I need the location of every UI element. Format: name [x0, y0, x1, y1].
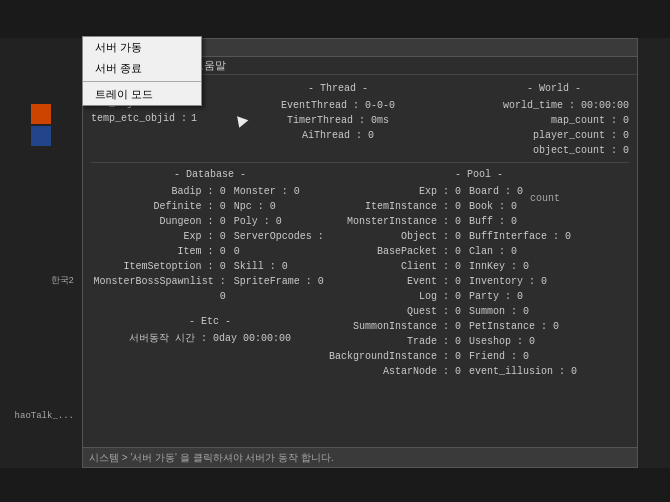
count-label: count [530, 193, 560, 204]
etc-header: - Etc - [91, 314, 329, 329]
pool-quest-label: Quest : [407, 306, 455, 317]
pool-clan-value: 0 [511, 246, 517, 257]
pool-event-label: Event : [407, 276, 455, 287]
event-thread-label: EventThread : [281, 100, 365, 111]
dropdown-item-start-server[interactable]: 서버 가동 [83, 37, 201, 58]
pool-header: - Pool - [329, 167, 629, 182]
left-label-2: haoTalk_... [0, 409, 78, 423]
db-item: Item : 0 [91, 244, 226, 259]
pool-exp-value: 0 [455, 186, 461, 197]
db-spriteframe-value: 0 [318, 276, 324, 287]
pool-quest: Quest : 0 [329, 304, 461, 319]
pool-summoninstance: SummonInstance : 0 [329, 319, 461, 334]
pool-monsterinstance-label: MonsterInstance : [347, 216, 455, 227]
pool-board: Board : 0 [469, 184, 577, 199]
pool-event-illusion-value: 0 [571, 366, 577, 377]
map-count-label: map_count : [551, 115, 623, 126]
pool-book-label: Book : [469, 201, 511, 212]
pool-object-value: 0 [455, 231, 461, 242]
db-serveropcodes: ServerOpcodes : 0 [234, 229, 329, 259]
player-count-label: player_count : [533, 130, 623, 141]
pool-trade-label: Trade : [407, 336, 455, 347]
dropdown-menu: 서버 가동 서버 종료 트레이 모드 [82, 36, 202, 106]
db-itemsetoption: ItemSetoption : 0 [91, 259, 226, 274]
db-monster-value: 0 [294, 186, 300, 197]
pool-buffinterface-label: BuffInterface : [469, 231, 565, 242]
pool-right-col: Board : 0 Book : 0 Buff : 0 BuffInterfac… [469, 184, 577, 379]
pool-buff: Buff : 0 [469, 214, 577, 229]
pool-monsterinstance-value: 0 [455, 216, 461, 227]
db-poly: Poly : 0 [234, 214, 329, 229]
pool-object: Object : 0 [329, 229, 461, 244]
dropdown-item-stop-server[interactable]: 서버 종료 [83, 58, 201, 79]
temp-etc-objid-value: 1 [191, 111, 197, 126]
pool-astarnode-value: 0 [455, 366, 461, 377]
pool-board-value: 0 [517, 186, 523, 197]
dropdown-divider [83, 81, 201, 82]
db-dungeon-label: Dungeon : [160, 216, 220, 227]
pool-clan: Clan : 0 [469, 244, 577, 259]
pool-innkey: InnKey : 0 [469, 259, 577, 274]
side-box-orange [31, 104, 51, 124]
pool-friend-value: 0 [523, 351, 529, 362]
db-poly-value: 0 [276, 216, 282, 227]
pool-petinstance-label: PetInstance : [469, 321, 553, 332]
world-time-value: 00:00:00 [581, 100, 629, 111]
db-monster: Monster : 0 [234, 184, 329, 199]
dropdown-item-tray-mode[interactable]: 트레이 모드 [83, 84, 201, 105]
pool-iteminstance: ItemInstance : 0 [329, 199, 461, 214]
db-dungeon-value: 0 [220, 216, 226, 227]
db-exp-label: Exp : [184, 231, 220, 242]
db-exp-value: 0 [220, 231, 226, 242]
pool-section: - Pool - Exp : 0 ItemInstance : 0 Monste… [329, 167, 629, 379]
content-area: inn_key : 1 etc_objid : 1 temp_etc_objid… [83, 75, 637, 385]
db-header: - Database - [91, 167, 329, 182]
pool-client-label: Client : [401, 261, 455, 272]
pool-book: Book : 0 [469, 199, 577, 214]
player-count-row: player_count : 0 [479, 128, 629, 143]
db-npc-label: Npc : [234, 201, 270, 212]
db-definite-label: Definite : [154, 201, 220, 212]
status-text: 시스템 > '서버 가동' 을 클릭하셔야 서버가 동작 합니다. [89, 451, 334, 465]
db-itemsetoption-label: ItemSetoption : [124, 261, 220, 272]
pool-trade: Trade : 0 [329, 334, 461, 349]
pool-astarnode: AstarNode : 0 [329, 364, 461, 379]
thread-header: - Thread - [263, 81, 413, 96]
db-itemsetoption-value: 0 [220, 261, 226, 272]
db-right-col: Monster : 0 Npc : 0 Poly : 0 Server [234, 184, 329, 304]
pool-summoninstance-value: 0 [455, 321, 461, 332]
db-monsterboss-value: 0 [220, 291, 226, 302]
db-monsterboss-label: MonsterBossSpawnlist : [94, 276, 226, 287]
world-header: - World - [479, 81, 629, 96]
pool-log-value: 0 [455, 291, 461, 302]
timer-thread-label: TimerThread : [287, 115, 371, 126]
pool-quest-value: 0 [455, 306, 461, 317]
ai-thread-label: AiThread : [302, 130, 368, 141]
pool-inventory: Inventory : 0 [469, 274, 577, 289]
db-monsterboss: MonsterBossSpawnlist : 0 [91, 274, 226, 304]
timer-thread-value: 0ms [371, 115, 389, 126]
db-monster-label: Monster : [234, 186, 294, 197]
pool-event-illusion-label: event_illusion : [469, 366, 571, 377]
pool-backgroundinstance-label: BackgroundInstance : [329, 351, 455, 362]
object-count-label: object_count : [533, 145, 623, 156]
ai-thread-value: 0 [368, 130, 374, 141]
map-count-row: map_count : 0 [479, 113, 629, 128]
temp-etc-objid-row: temp_etc_objid : 1 [91, 111, 197, 126]
uptime-value: 0day 00:00:00 [213, 333, 291, 344]
pool-useshop-label: Useshop : [469, 336, 529, 347]
pool-inventory-value: 0 [541, 276, 547, 287]
pool-basepacket-label: BasePacket : [377, 246, 455, 257]
db-skill: Skill : 0 [234, 259, 329, 274]
pool-log: Log : 0 [329, 289, 461, 304]
status-bar: 시스템 > '서버 가동' 을 클릭하셔야 서버가 동작 합니다. [83, 447, 637, 467]
pool-columns: Exp : 0 ItemInstance : 0 MonsterInstance… [329, 184, 629, 379]
left-panel: 한국2 haoTalk_... [0, 38, 82, 468]
right-panel [638, 38, 670, 468]
world-section: - World - world_time : 00:00:00 map_coun… [479, 81, 629, 158]
pool-basepacket: BasePacket : 0 [329, 244, 461, 259]
ai-thread-row: AiThread : 0 [263, 128, 413, 143]
pool-summoninstance-label: SummonInstance : [353, 321, 455, 332]
thread-section: - Thread - EventThread : 0-0-0 TimerThre… [263, 81, 413, 158]
etc-section: - Etc - 서버동작 시간 : 0day 00:00:00 [91, 314, 329, 346]
